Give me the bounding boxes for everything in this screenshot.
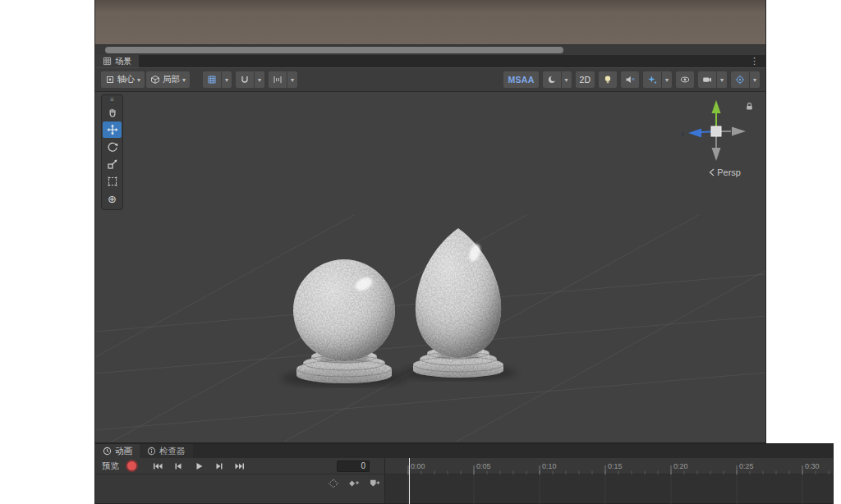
scale-tool-button[interactable]	[103, 156, 122, 172]
shader-ball-egg[interactable]	[411, 223, 506, 363]
chevron-down-icon: ▾	[182, 76, 186, 84]
move-tool-button[interactable]	[103, 121, 122, 138]
effects-dropdown[interactable]: ▾	[661, 71, 672, 88]
picker-target-icon	[735, 75, 745, 85]
horizontal-scrollbar[interactable]	[95, 44, 765, 55]
audio-toggle-button[interactable]	[621, 71, 639, 88]
keyframe-diamond-button[interactable]	[327, 478, 340, 488]
lock-icon[interactable]	[745, 102, 754, 111]
animation-toolbar: 预览	[95, 458, 833, 474]
svg-text:0:00: 0:00	[411, 462, 425, 470]
dopesheet-timeline-area[interactable]	[385, 474, 833, 503]
msaa-label: MSAA	[508, 75, 534, 85]
chevron-down-icon: ▾	[565, 76, 568, 84]
component-picker-button[interactable]	[731, 71, 749, 88]
svg-text:0:10: 0:10	[542, 462, 557, 470]
camera-button[interactable]	[698, 71, 716, 88]
tab-inspector-label: 检查器	[159, 446, 186, 457]
go-to-start-button[interactable]	[149, 460, 166, 473]
scene-viewport[interactable]: ≡	[95, 92, 765, 442]
rect-tool-icon	[107, 176, 118, 187]
gizmo-center-cube[interactable]	[711, 126, 721, 136]
scene-light-toggle-button[interactable]	[599, 71, 617, 88]
scene-lighting-button[interactable]	[543, 71, 561, 88]
frame-field[interactable]	[337, 460, 370, 472]
add-event-button[interactable]	[368, 478, 381, 488]
grid-snap-split-button: ▾	[236, 71, 264, 88]
transform-tool-icon: ⊕	[108, 194, 117, 204]
camera-dropdown[interactable]: ▾	[716, 71, 727, 88]
transform-tool-button[interactable]: ⊕	[103, 190, 122, 207]
tab-scene[interactable]: 场景	[95, 55, 139, 67]
tab-inspector[interactable]: 检查器	[140, 444, 193, 458]
record-button[interactable]	[126, 460, 138, 472]
tool-strip-drag-handle[interactable]: ≡	[110, 96, 114, 103]
keyframe-buttons	[327, 478, 381, 488]
chevron-down-icon: ▾	[720, 76, 724, 84]
chevron-down-icon: ▾	[753, 76, 756, 84]
play-button[interactable]	[191, 460, 207, 473]
increment-snap-dropdown[interactable]: ▾	[287, 71, 297, 88]
scene-toolbar: 轴心 ▾ 局部 ▾ ▾	[95, 67, 765, 92]
camera-icon	[702, 75, 712, 85]
grid-visibility-button[interactable]	[203, 71, 221, 88]
scene-render	[95, 92, 765, 442]
timeline-ruler[interactable]: 0:000:050:100:150:200:250:30	[385, 458, 833, 474]
increment-snap-button[interactable]	[269, 71, 287, 88]
msaa-button[interactable]: MSAA	[503, 71, 538, 88]
scene-lighting-dropdown[interactable]: ▾	[561, 71, 572, 88]
increment-snap-split-button: ▾	[269, 71, 297, 88]
eye-icon	[680, 75, 690, 85]
rotate-tool-button[interactable]	[103, 139, 122, 155]
tab-animation-label: 动画	[115, 446, 132, 457]
add-keyframe-button[interactable]	[347, 478, 361, 488]
view-hand-tool-button[interactable]	[103, 104, 122, 121]
tab-animation[interactable]: 动画	[95, 444, 140, 458]
svg-text:0:25: 0:25	[739, 462, 754, 470]
gizmo-z-cone[interactable]	[688, 129, 701, 138]
timeline-grid-svg	[385, 474, 833, 504]
next-key-button[interactable]	[211, 460, 227, 473]
tab-scene-label: 场景	[115, 56, 131, 67]
light-bulb-icon	[603, 75, 613, 85]
shader-ball-sphere[interactable]	[288, 254, 403, 369]
chevron-down-icon: ▾	[258, 76, 261, 84]
grid-visibility-dropdown[interactable]: ▾	[221, 71, 232, 88]
grid-snap-icon	[240, 75, 250, 85]
playhead[interactable]	[409, 458, 410, 504]
scrollbar-handle[interactable]	[105, 47, 563, 53]
effects-button[interactable]	[643, 71, 661, 88]
pivot-dropdown[interactable]: 轴心 ▾	[101, 71, 145, 88]
handle-orientation-dropdown[interactable]: 局部 ▾	[146, 71, 190, 88]
grid-visibility-split-button: ▾	[203, 71, 232, 88]
grid-snap-button[interactable]	[236, 71, 254, 88]
kebab-menu-icon: ⋮	[750, 56, 759, 66]
projection-label: Persp	[717, 167, 741, 177]
moon-icon	[547, 75, 557, 85]
gizmo-y-cone[interactable]	[712, 100, 721, 113]
rect-tool-button[interactable]	[103, 173, 122, 190]
info-icon	[147, 447, 156, 456]
2d-mode-button[interactable]: 2D	[576, 71, 595, 88]
projection-toggle[interactable]: Persp	[709, 167, 741, 177]
preview-toggle-button[interactable]: 预览	[99, 460, 122, 472]
scene-visibility-button[interactable]	[676, 71, 694, 88]
add-keyframe-icon	[348, 479, 360, 488]
previous-key-button[interactable]	[170, 460, 186, 473]
component-picker-dropdown[interactable]: ▾	[749, 71, 760, 88]
go-to-end-button[interactable]	[232, 460, 248, 473]
animation-tab-bar: 动画 检查器	[95, 444, 833, 458]
effects-split-button: ▾	[643, 71, 672, 88]
tool-strip: ≡	[101, 94, 123, 210]
panel-menu-button[interactable]: ⋮	[743, 55, 765, 67]
increment-snap-icon	[273, 75, 283, 85]
gizmo-x-cone[interactable]	[732, 127, 746, 136]
grid-snap-dropdown[interactable]: ▾	[254, 71, 264, 88]
gizmo-down-cone[interactable]	[712, 148, 721, 161]
move-tool-icon	[107, 124, 118, 135]
game-view-strip	[95, 0, 765, 44]
keyframe-outline-icon	[328, 479, 339, 488]
chevron-down-icon: ▾	[225, 76, 228, 84]
orientation-label: 局部	[163, 74, 180, 85]
scene-window: 场景 ⋮ 轴心 ▾ 局部 ▾	[94, 0, 766, 443]
